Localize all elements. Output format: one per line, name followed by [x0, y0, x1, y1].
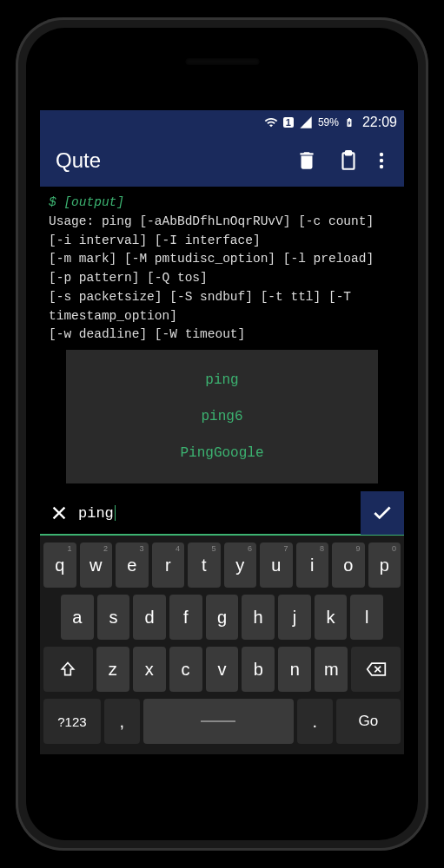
close-icon	[50, 503, 69, 523]
clear-input-button[interactable]	[40, 503, 78, 523]
command-input[interactable]: ping	[78, 505, 361, 522]
key-d[interactable]: d	[133, 595, 166, 640]
keyboard-row-2: asdfghjkl	[43, 595, 401, 640]
submit-button[interactable]	[361, 491, 404, 535]
menu-button[interactable]	[374, 145, 388, 176]
terminal-line: [-w deadline] [-W timeout]	[49, 326, 395, 345]
key-p[interactable]: p0	[368, 542, 401, 588]
input-cursor	[115, 505, 116, 521]
status-bar: 1 59% 22:09	[40, 110, 404, 135]
screen: 1 59% 22:09 Qute $ [output]	[40, 110, 404, 825]
app-bar: Qute	[40, 135, 404, 187]
backspace-key[interactable]	[351, 647, 401, 692]
svg-point-3	[380, 159, 383, 162]
key-b[interactable]: b	[242, 647, 275, 692]
key-l[interactable]: l	[350, 595, 383, 640]
keyboard-row-1: q1w2e3r4t5y6u7i8o9p0	[43, 542, 401, 588]
delete-button[interactable]	[291, 145, 322, 176]
period-key[interactable]: .	[297, 699, 333, 744]
key-k[interactable]: k	[315, 595, 348, 640]
battery-icon	[344, 115, 355, 129]
clipboard-icon	[337, 149, 360, 172]
keyboard-row-3: zxcvbnm	[43, 647, 401, 692]
key-c[interactable]: c	[169, 647, 202, 692]
key-e[interactable]: e3	[116, 542, 149, 588]
key-j[interactable]: j	[278, 595, 311, 640]
terminal-output: $ [output] Usage: ping [-aAbBdDfhLnOqrRU…	[40, 187, 404, 350]
app-title: Qute	[56, 148, 281, 173]
key-n[interactable]: n	[278, 647, 311, 692]
key-a[interactable]: a	[61, 595, 94, 640]
key-g[interactable]: g	[206, 595, 239, 640]
terminal-line: [-m mark] [-M pmtudisc_option] [-l prelo…	[49, 250, 395, 288]
key-s[interactable]: s	[97, 595, 130, 640]
phone-inner: 1 59% 22:09 Qute $ [output]	[26, 28, 418, 840]
keyboard-row-4: ?123 , . Go	[43, 699, 401, 744]
signal-icon	[299, 115, 313, 129]
symbols-key[interactable]: ?123	[43, 699, 101, 744]
command-input-row: ping	[40, 492, 404, 536]
keyboard: q1w2e3r4t5y6u7i8o9p0 asdfghjkl zxcvbnm ?…	[40, 536, 404, 754]
battery-percent: 59%	[318, 116, 339, 128]
terminal-line: [-s packetsize] [-S sndbuf] [-t ttl] [-T…	[49, 288, 395, 326]
key-v[interactable]: v	[206, 647, 239, 692]
more-vert-icon	[379, 150, 384, 171]
key-u[interactable]: u7	[260, 542, 293, 588]
key-m[interactable]: m	[315, 647, 348, 692]
key-w[interactable]: w2	[80, 542, 113, 588]
wifi-icon	[264, 115, 278, 129]
clock: 22:09	[362, 115, 397, 130]
key-i[interactable]: i8	[296, 542, 329, 588]
suggestions-popup: ping ping6 PingGoogle	[66, 350, 378, 483]
key-x[interactable]: x	[133, 647, 166, 692]
key-o[interactable]: o9	[332, 542, 365, 588]
comma-key[interactable]: ,	[104, 699, 140, 744]
check-icon	[371, 502, 394, 524]
terminal-line: Usage: ping [-aAbBdDfhLnOqrRUvV] [-c cou…	[49, 213, 395, 251]
space-key[interactable]	[143, 699, 294, 744]
key-q[interactable]: q1	[43, 542, 76, 588]
go-key[interactable]: Go	[336, 699, 401, 744]
phone-speaker	[185, 58, 259, 65]
key-r[interactable]: r4	[152, 542, 185, 588]
suggestion-item[interactable]: ping6	[66, 398, 378, 435]
key-h[interactable]: h	[242, 595, 275, 640]
svg-point-4	[380, 165, 383, 168]
input-value: ping	[78, 505, 114, 522]
svg-point-2	[380, 153, 383, 156]
key-t[interactable]: t5	[188, 542, 221, 588]
paste-button[interactable]	[333, 145, 364, 176]
svg-rect-1	[346, 151, 352, 155]
trash-icon	[295, 149, 318, 172]
backspace-icon	[366, 661, 387, 678]
key-y[interactable]: y6	[224, 542, 257, 588]
key-f[interactable]: f	[169, 595, 202, 640]
sim-indicator: 1	[283, 117, 294, 128]
shift-icon	[59, 661, 76, 678]
key-z[interactable]: z	[96, 647, 129, 692]
space-bar-indicator	[201, 720, 235, 722]
shift-key[interactable]	[43, 647, 93, 692]
terminal-prompt: $ [output]	[49, 194, 395, 213]
phone-frame: 1 59% 22:09 Qute $ [output]	[16, 17, 428, 851]
suggestion-item[interactable]: PingGoogle	[66, 435, 378, 471]
suggestion-item[interactable]: ping	[66, 362, 378, 398]
